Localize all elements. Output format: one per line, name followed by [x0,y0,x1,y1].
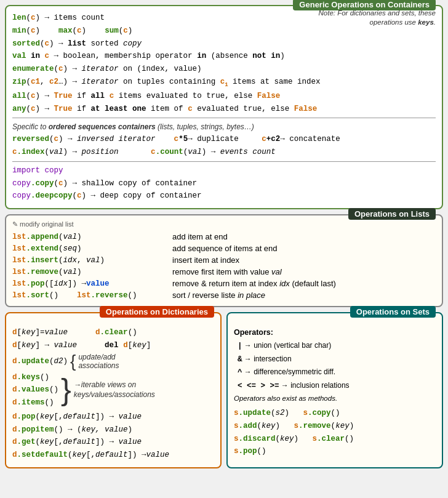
list-desc-5: remove & return item at index idx (defau… [172,278,436,289]
sets-operators-label: Operators: [234,327,436,339]
dict-values: d.values() [12,384,58,396]
lists-table: lst.append(val) add item at end lst.exte… [12,231,436,301]
table-row: lst.insert(idx, val) insert item at inde… [12,254,436,266]
table-row: lst.remove(val) remove first item with v… [12,266,436,278]
list-desc-4: remove first item with value val [172,266,436,278]
dict-items: d.items() [12,397,58,409]
sets-ops-note: Operators also exist as methods. [234,393,436,404]
brace-update: { [70,353,76,370]
table-row: lst.append(val) add item at end [12,231,436,243]
line-val-in: val in c → boolean, membership operator … [12,50,436,62]
sets-op-2: & → intersection [238,353,436,366]
generic-note: Note: For dictionaries and sets, theseop… [319,9,436,27]
bottom-row: Operations on Dictionaries d[key]=value … [5,312,443,473]
line-sorted: sorted(c) → list sorted copy [12,38,436,50]
line-enumerate: enumerate(c) → iterator on (index, value… [12,63,436,75]
dict-line-1: d[key]=value d.clear() [12,327,214,339]
list-code-6: lst.sort() lst.reverse() [12,289,172,301]
line-all: all(c) → True if all c items evaluated t… [12,90,436,102]
ordered-note: Specific to ordered sequences containers… [12,121,436,132]
generic-section: Generic Operations on Containers Note: F… [5,5,443,209]
brace-kvi: } [61,376,71,404]
line-index-count: c.index(val) → position c.count(val) → e… [12,147,436,158]
list-desc-2: add sequence of items at end [172,243,436,254]
dict-get: d.get(key[,default]) → value [12,436,214,448]
sets-op-1: | → union (vertical bar char) [238,340,436,352]
sets-update-copy: s.update(s2) s.copy() [234,408,436,419]
list-code-3: lst.insert(idx, val) [12,254,172,266]
dict-keys-group: d.keys() d.values() d.items() } →iterabl… [12,371,214,410]
list-code-5: lst.pop([idx]) →value [12,278,172,289]
list-desc-3: insert item at index [172,254,436,266]
divider1 [12,118,436,118]
dict-header: Operations on Dictionaries [100,306,214,318]
line-copy-deepcopy: copy.deepcopy(c) → deep copy of containe… [12,190,436,202]
list-code-2: lst.extend(seq) [12,243,172,254]
sets-pop: s.pop() [234,446,436,457]
brace-update-text: update/addassociations [78,353,119,370]
lists-header: Operations on Lists [348,208,436,220]
line-copy-copy: copy.copy(c) → shallow copy of container [12,178,436,190]
list-desc-6: sort / reverse liste in place [172,289,436,301]
dict-pop: d.pop(key[,default]) → value [12,411,214,423]
line-any: any(c) → True if at least one item of c … [12,103,436,115]
line-zip: zip(c1, c2…) → iterator on tuples contai… [12,76,436,89]
sets-section: Operations on Sets Operators: | → union … [226,312,443,468]
sets-op-4: < <= > >= → inclusion relations [238,380,436,392]
list-code-4: lst.remove(val) [12,266,172,278]
list-code-1: lst.append(val) [12,231,172,243]
brace-kvi-text: →iterable views onkeys/values/associatio… [74,380,155,400]
sets-add-remove: s.add(key) s.remove(key) [234,420,436,432]
table-row: lst.extend(seq) add sequence of items at… [12,243,436,254]
dict-popitem: d.popitem() → (key, value) [12,424,214,436]
table-row: lst.sort() lst.reverse() sort / reverse … [12,289,436,301]
sets-discard-clear: s.discard(key) s.clear() [234,433,436,445]
lists-section: Operations on Lists ✎ modify original li… [5,214,443,307]
sets-op-3: ^ → difference/symmetric diff. [238,366,436,379]
table-row: lst.pop([idx]) →value remove & return it… [12,278,436,289]
dict-keys: d.keys() [12,372,58,384]
line-import-copy: import copy [12,165,436,177]
line-reversed: reversed(c) → inversed iterator c*5→ dup… [12,134,436,145]
main-container: Generic Operations on Containers Note: F… [5,5,443,473]
modify-note: ✎ modify original list [12,220,436,228]
dict-section: Operations on Dictionaries d[key]=value … [5,312,222,468]
dict-update-code: d.update(d2) [12,357,68,366]
dict-update-row: d.update(d2) { update/addassociations [12,353,214,370]
dict-line-2: d[key] → value del d[key] [12,340,214,351]
sets-header: Operations on Sets [350,306,436,318]
list-desc-1: add item at end [172,231,436,243]
dict-kvi-codes: d.keys() d.values() d.items() [12,371,58,410]
divider2 [12,161,436,162]
dict-setdefault: d.setdefault(key[,default]) →value [12,449,214,461]
